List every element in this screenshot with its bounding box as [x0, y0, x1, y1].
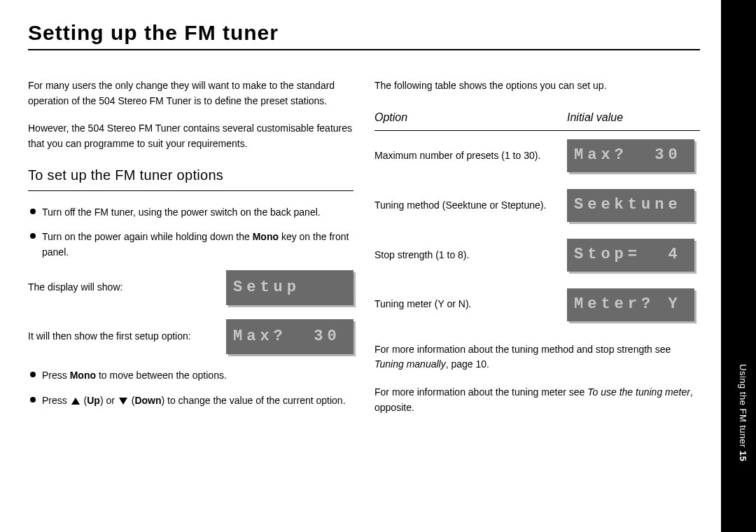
th-option: Option: [374, 106, 567, 131]
mono-key-ref-2: Mono: [70, 370, 96, 381]
side-label-text: Using the FM tuner: [738, 364, 748, 448]
step-3-pre: Press: [42, 370, 70, 381]
subheading: To set up the FM tuner options: [28, 164, 354, 191]
step-list-1: Turn off the FM tuner, using the power s…: [28, 205, 354, 260]
opt-tuning-method: Tuning method (Seektune or Steptune).: [374, 181, 567, 230]
table-header-row: Option Initial value: [374, 106, 700, 131]
more-info-2: For more information about the tuning me…: [374, 385, 700, 415]
up-arrow-icon: [71, 398, 80, 405]
display-will-show-row: The display will show: Setup: [28, 270, 354, 305]
more2-pre: For more information about the tuning me…: [374, 386, 587, 398]
step-4-or: ) or: [100, 395, 118, 406]
options-table: Option Initial value Maximum number of p…: [374, 106, 700, 330]
mono-key-ref: Mono: [253, 231, 279, 242]
up-label: Up: [87, 395, 100, 406]
lcd-max-right: Max? 30: [567, 139, 694, 172]
table-row: Tuning method (Seektune or Steptune). Se…: [374, 181, 700, 230]
down-label: Down: [134, 395, 161, 406]
intro-paragraph-1: For many users the only change they will…: [28, 78, 354, 108]
lcd-max-left: Max? 30: [226, 319, 354, 354]
side-label-page: 15: [738, 448, 748, 462]
opt-tuning-meter: Tuning meter (Y or N).: [374, 280, 567, 330]
intro-paragraph-2: However, the 504 Stereo FM Tuner contain…: [28, 121, 354, 151]
tuning-manually-ref: Tuning manually: [374, 358, 446, 370]
more-info-1: For more information about the tuning me…: [374, 342, 700, 372]
manual-page: Using the FM tuner 15 Setting up the FM …: [0, 0, 756, 532]
side-section-label: Using the FM tuner 15: [738, 364, 748, 461]
table-row: Tuning meter (Y or N). Meter? Y: [374, 280, 700, 330]
first-option-label: It will then show the first setup option…: [28, 329, 218, 344]
page-title: Setting up the FM tuner: [28, 21, 700, 50]
step-4-pre: Press: [42, 395, 70, 406]
table-row: Stop strength (1 to 8). Stop= 4: [374, 230, 700, 280]
more1-post: , page 10.: [446, 358, 489, 370]
right-column: The following table shows the options yo…: [374, 78, 700, 428]
lcd-seektune: Seektune: [567, 189, 694, 222]
opt-stop-strength: Stop strength (1 to 8).: [374, 230, 567, 280]
first-option-row: It will then show the first setup option…: [28, 319, 354, 354]
step-4-post: ) to change the value of the current opt…: [161, 395, 345, 406]
step-2: Turn on the power again while holding do…: [28, 230, 354, 260]
step-3-post: to move between the options.: [96, 370, 227, 381]
down-arrow-icon: [119, 398, 127, 405]
lcd-stop: Stop= 4: [567, 239, 694, 272]
step-1: Turn off the FM tuner, using the power s…: [28, 205, 354, 220]
step-list-2: Press Mono to move between the options. …: [28, 368, 354, 408]
step-2-pre: Turn on the power again while holding do…: [42, 231, 253, 242]
table-row: Maximum number of presets (1 to 30). Max…: [374, 131, 700, 181]
table-intro: The following table shows the options yo…: [374, 78, 700, 94]
more1-pre: For more information about the tuning me…: [374, 344, 671, 355]
step-3: Press Mono to move between the options.: [28, 368, 354, 384]
lcd-meter: Meter? Y: [567, 288, 694, 321]
opt-max-presets: Maximum number of presets (1 to 30).: [374, 131, 567, 181]
lcd-setup: Setup: [226, 270, 354, 305]
two-column-layout: For many users the only change they will…: [28, 78, 700, 428]
left-column: For many users the only change they will…: [28, 78, 354, 428]
tuning-meter-ref: To use the tuning meter: [587, 386, 690, 398]
display-will-show-label: The display will show:: [28, 280, 218, 295]
step-4: Press (Up) or (Down) to change the value…: [28, 393, 354, 409]
th-initial-value: Initial value: [567, 106, 700, 131]
